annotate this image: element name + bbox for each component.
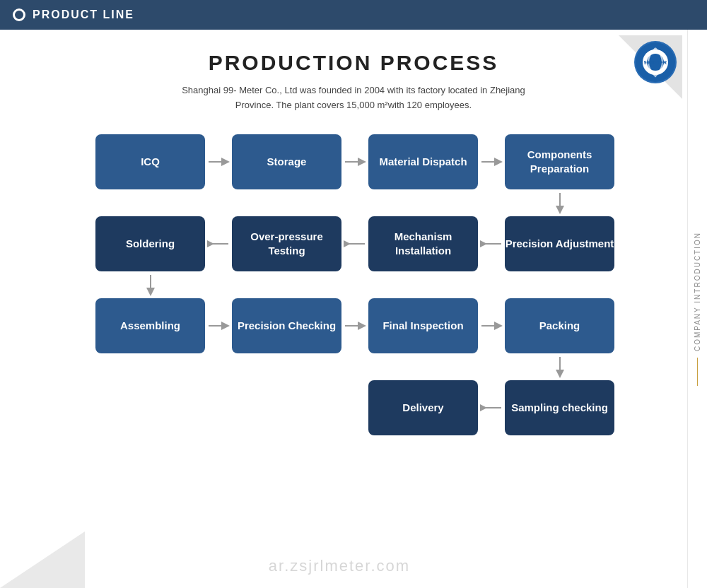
flow-box-material-dispatch: Material Dispatch [368, 134, 478, 189]
arrow-left-2 [341, 237, 368, 251]
bottom-triangle-decoration [0, 531, 85, 588]
arrow-right-4 [205, 319, 232, 333]
header-bar: PRODUCT LINE [0, 0, 707, 30]
flow-box-mechanism-installation: Mechanism Installation [368, 216, 478, 271]
flow-box-over-pressure-testing: Over-pressure Testing [232, 216, 341, 271]
subtitle-line1: Shanghai 99- Meter Co., Ltd was founded … [182, 85, 525, 95]
flow-box-precision-checking: Precision Checking [232, 298, 341, 353]
arrow-left-3 [478, 237, 505, 251]
flow-box-soldering: Soldering [95, 216, 205, 271]
page-title: PRODUCTION PROCESS [28, 51, 679, 75]
arrow-right-1 [205, 155, 232, 169]
arrow-right-3 [478, 155, 505, 169]
arrow-right-6 [478, 319, 505, 333]
arrow-down-3 [553, 355, 567, 378]
flow-box-icq: ICQ [95, 134, 205, 189]
header-circle-icon [13, 8, 25, 21]
arrow-right-5 [341, 319, 368, 333]
arrow-left-4 [478, 401, 505, 415]
flow-box-packing: Packing [505, 298, 614, 353]
subtitle: Shanghai 99- Meter Co., Ltd was founded … [28, 83, 679, 113]
flow-box-precision-adjustment: Precision Adjustment [505, 216, 614, 271]
arrow-down-1 [553, 192, 567, 214]
header-title: PRODUCT LINE [33, 8, 134, 21]
flow-box-sampling-checking: Sampling checking [505, 380, 614, 435]
subtitle-line2: Province. The plant covers 15,000 m²with… [235, 100, 472, 110]
flow-box-assembling: Assembling [95, 298, 205, 353]
arrow-down-2 [144, 274, 158, 296]
flow-box-delivery: Delivery [368, 380, 478, 435]
flow-box-storage: Storage [232, 134, 341, 189]
flow-box-components-preparation: Components Preparation [505, 134, 614, 189]
arrow-left-1 [205, 237, 232, 251]
flow-box-final-inspection: Final Inspection [368, 298, 478, 353]
watermark: ar.zsjrlmeter.com [0, 557, 679, 575]
main-content: PRODUCTION PROCESS Shanghai 99- Meter Co… [0, 30, 707, 469]
flow-diagram: ICQ Storage Material Dispatch Components… [95, 134, 612, 462]
arrow-right-2 [341, 155, 368, 169]
